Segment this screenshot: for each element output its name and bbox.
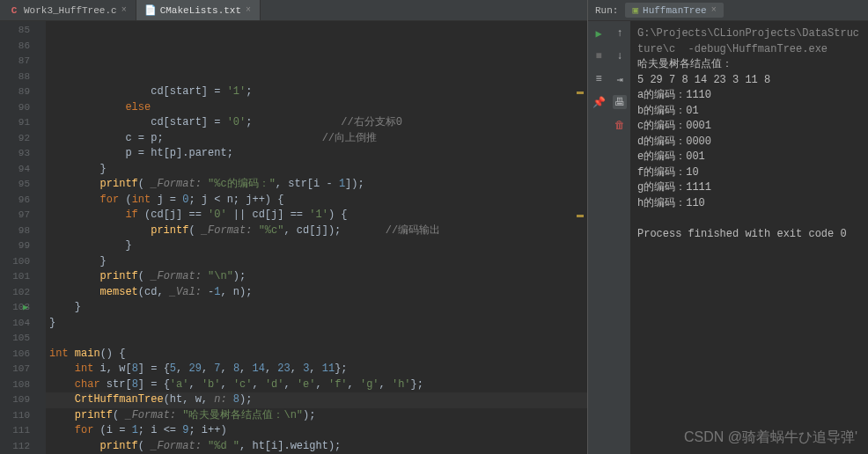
print-icon[interactable]: 🖶	[613, 95, 627, 109]
trash-icon[interactable]: 🗑	[613, 118, 627, 132]
code-line[interactable]: cd[start] = '1';	[46, 84, 587, 100]
code-line[interactable]	[46, 331, 587, 347]
code-line[interactable]: else	[46, 100, 587, 116]
run-pane: Run: ▣ HuffmanTree × ▶ ■ ≡ 📌 ↑ ↓ ⇥ 🖶 🗑 G…	[588, 0, 868, 454]
code-line[interactable]: p = ht[p].parent;	[46, 146, 587, 162]
code-line[interactable]: }	[46, 254, 587, 270]
code-line[interactable]: for (i = 1; i <= 9; i++)	[46, 423, 587, 439]
tab-work3-hufftree[interactable]: C Work3_HuffTree.c ×	[0, 0, 136, 20]
code-line[interactable]: int main() {	[46, 347, 587, 362]
editor-tabs: C Work3_HuffTree.c × 📄 CMakeLists.txt ×	[0, 0, 587, 21]
code-line[interactable]: c = p; //向上倒推	[46, 131, 587, 147]
cmake-file-icon: 📄	[145, 5, 156, 16]
code-line[interactable]: printf( _Format: "\n");	[46, 269, 587, 285]
code-line[interactable]: printf( _Format: "%c的编码：", str[i - 1]);	[46, 177, 587, 193]
wrap-icon[interactable]: ⇥	[613, 72, 627, 86]
close-icon[interactable]: ×	[711, 5, 717, 15]
code-line[interactable]: int i, w[8] = {5, 29, 7, 8, 14, 23, 3, 1…	[46, 362, 587, 377]
warning-stripe[interactable]	[577, 92, 584, 94]
warning-stripe[interactable]	[577, 215, 584, 217]
code-line[interactable]: CrtHuffmanTree(ht, w, n: 8);	[46, 392, 587, 408]
code-line[interactable]: char str[8] = {'a', 'b', 'c', 'd', 'e', …	[46, 377, 587, 393]
tab-label: CMakeLists.txt	[160, 5, 241, 16]
up-icon[interactable]: ↑	[613, 26, 627, 40]
code-line[interactable]: if (cd[j] == '0' || cd[j] == '1') {	[46, 208, 587, 223]
run-toolbar-left: ▶ ■ ≡ 📌	[588, 21, 609, 454]
editor-pane: C Work3_HuffTree.c × 📄 CMakeLists.txt × …	[0, 0, 587, 454]
close-icon[interactable]: ×	[121, 5, 127, 15]
run-toolbar-right: ↑ ↓ ⇥ 🖶 🗑	[609, 21, 630, 454]
run-label: Run:	[595, 5, 618, 16]
tab-cmakelists[interactable]: 📄 CMakeLists.txt ×	[136, 0, 261, 20]
down-icon[interactable]: ↓	[613, 49, 627, 63]
code-line[interactable]: printf( _Format: "%c", cd[j]); //编码输出	[46, 223, 587, 239]
code-line[interactable]: printf( _Format: "%d ", ht[i].weight);	[46, 439, 587, 455]
code-line[interactable]: for (int j = 0; j < n; j++) {	[46, 193, 587, 209]
code-line[interactable]: memset(cd, _Val: -1, n);	[46, 285, 587, 301]
close-icon[interactable]: ×	[246, 5, 251, 15]
run-header: Run: ▣ HuffmanTree ×	[588, 0, 868, 21]
code-line[interactable]: printf( _Format: "哈夫曼树各结点值：\n");	[46, 408, 587, 424]
line-number-gutter: 8586878889909192939495969798991001011021…	[0, 21, 46, 454]
code-content[interactable]: cd[start] = '1'; else cd[start] = '0'; /…	[46, 21, 587, 454]
code-line[interactable]: }	[46, 162, 587, 178]
tab-label: Work3_HuffTree.c	[24, 5, 117, 16]
run-tab[interactable]: ▣ HuffmanTree ×	[625, 3, 723, 18]
layout-icon[interactable]: ≡	[592, 72, 606, 86]
code-line[interactable]: }	[46, 238, 587, 254]
run-config-icon: ▣	[632, 4, 638, 16]
run-tab-label: HuffmanTree	[643, 5, 707, 16]
rerun-icon[interactable]: ▶	[592, 26, 606, 40]
code-area[interactable]: 8586878889909192939495969798991001011021…	[0, 21, 587, 454]
console-output[interactable]: G:\Projects\CLionProjects\DataStructure\…	[630, 21, 868, 454]
code-line[interactable]: }	[46, 300, 587, 316]
code-line[interactable]: cd[start] = '0'; //右分支标0	[46, 115, 587, 131]
gutter-run-icon[interactable]: ▶	[23, 300, 28, 316]
code-line[interactable]: }	[46, 316, 587, 332]
pin-icon[interactable]: 📌	[592, 95, 606, 109]
stop-icon[interactable]: ■	[592, 49, 606, 63]
c-file-icon: C	[9, 5, 19, 16]
